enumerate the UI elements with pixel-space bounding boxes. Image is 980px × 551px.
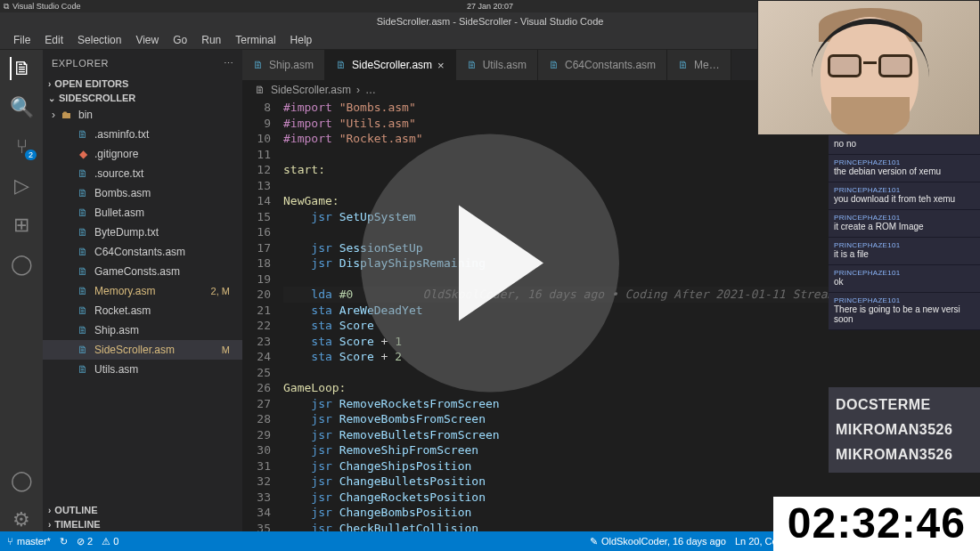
file-icon: 🗎: [77, 322, 89, 338]
menu-view[interactable]: View: [129, 32, 165, 48]
chevron-down-icon: ⌄: [48, 93, 55, 103]
sidebar-explorer: EXPLORER ⋯ › OPEN EDITORS ⌄ SIDESCROLLER…: [43, 50, 242, 531]
run-debug-icon[interactable]: ▷: [10, 174, 33, 198]
file-icon: 🗎: [255, 84, 265, 96]
explorer-icon[interactable]: 🗎: [10, 57, 33, 80]
open-editors-section[interactable]: › OPEN EDITORS: [43, 77, 242, 91]
close-icon[interactable]: ×: [437, 59, 445, 72]
chat-message: PRINCEPHAZE101it is a file: [829, 238, 980, 265]
chevron-right-icon: ›: [52, 107, 55, 123]
file-item[interactable]: 🗎GameConsts.asm: [43, 262, 242, 281]
file-icon: 🗎: [77, 342, 89, 358]
recent-followers: DOCSTERMEMIKROMAN3526MIKROMAN3526: [829, 387, 980, 473]
file-item[interactable]: 🗎C64Constants.asm: [43, 242, 242, 262]
file-icon: 🗎: [77, 205, 89, 221]
file-icon: 🗎: [336, 59, 347, 71]
file-icon: 🗎: [77, 185, 89, 201]
folder-item[interactable]: › 🖿 bin: [43, 105, 242, 125]
file-icon: 🗎: [77, 361, 89, 377]
modified-badge: 2, M: [211, 283, 237, 299]
menu-edit[interactable]: Edit: [38, 32, 69, 48]
file-icon: ◆: [77, 146, 89, 162]
chevron-right-icon: ›: [48, 520, 51, 530]
chevron-right-icon: ›: [48, 79, 51, 89]
file-item[interactable]: 🗎Memory.asm2, M: [43, 281, 242, 301]
folder-icon: 🖿: [61, 107, 73, 123]
source-control-icon[interactable]: ⑂: [10, 135, 33, 158]
remote-icon[interactable]: ◯: [10, 253, 33, 276]
outline-section[interactable]: › OUTLINE: [43, 503, 242, 517]
file-icon: 🗎: [77, 244, 89, 260]
more-icon[interactable]: ⋯: [224, 58, 234, 69]
menu-run[interactable]: Run: [195, 32, 227, 48]
follower-name: DOCSTERME: [836, 393, 973, 417]
file-icon: 🗎: [253, 59, 264, 71]
file-item[interactable]: 🗎Ship.asm: [43, 320, 242, 340]
activity-bar: 🗎 🔍 ⑂ ▷ ⊞ ◯ ◯ ⚙: [0, 50, 43, 531]
file-item[interactable]: 🗎Utils.asm: [43, 360, 242, 379]
account-icon[interactable]: ◯: [10, 469, 33, 492]
follower-name: MIKROMAN3526: [836, 442, 973, 467]
stream-chat: no noPRINCEPHAZE101the debian version of…: [829, 135, 980, 330]
file-icon: 🗎: [467, 59, 478, 71]
editor-tab[interactable]: 🗎C64Constants.asm: [538, 50, 667, 80]
menu-file[interactable]: File: [7, 32, 37, 48]
file-icon: 🗎: [77, 263, 89, 280]
file-icon: 🗎: [77, 303, 89, 319]
extensions-icon[interactable]: ⊞: [10, 214, 33, 237]
file-icon: 🗎: [678, 59, 689, 71]
webcam-overlay: [757, 0, 980, 135]
os-app-name: Visual Studio Code: [12, 2, 80, 11]
file-icon: 🗎: [77, 224, 89, 240]
file-icon: 🗎: [77, 283, 89, 299]
chat-message: PRINCEPHAZE101the debian version of xemu: [829, 155, 980, 182]
file-item[interactable]: 🗎SideScroller.asmM: [43, 340, 242, 360]
project-section[interactable]: ⌄ SIDESCROLLER: [43, 91, 242, 105]
file-icon: 🗎: [77, 126, 89, 142]
file-item[interactable]: ◆.gitignore: [43, 144, 242, 164]
file-icon: 🗎: [77, 166, 89, 182]
file-item[interactable]: 🗎.asminfo.txt: [43, 125, 242, 144]
window-title: SideScroller.asm - SideScroller - Visual…: [377, 16, 604, 27]
editor-tab[interactable]: 🗎Utils.asm: [456, 50, 538, 80]
chat-message: PRINCEPHAZE101There is going to be a new…: [829, 293, 980, 330]
file-item[interactable]: 🗎Rocket.asm: [43, 301, 242, 320]
file-item[interactable]: 🗎ByteDump.txt: [43, 223, 242, 242]
status-branch[interactable]: ⑂ master*: [7, 536, 51, 547]
timeline-section[interactable]: › TIMELINE: [43, 517, 242, 531]
chat-message: PRINCEPHAZE101you download it from teh x…: [829, 182, 980, 210]
editor-tab[interactable]: 🗎SideScroller.asm×: [325, 50, 456, 80]
status-blame[interactable]: ✎ OldSkoolCoder, 16 days ago: [590, 536, 726, 547]
status-warnings[interactable]: ⚠ 0: [102, 536, 118, 547]
status-errors[interactable]: ⊘ 2: [77, 536, 93, 547]
follower-name: MIKROMAN3526: [836, 417, 973, 442]
chat-message: PRINCEPHAZE101ok: [829, 265, 980, 293]
stream-timer: 02:32:46: [773, 497, 980, 551]
sidebar-title: EXPLORER: [52, 58, 109, 69]
menu-selection[interactable]: Selection: [71, 32, 127, 48]
editor-tab[interactable]: 🗎Ship.asm: [242, 50, 325, 80]
menu-terminal[interactable]: Terminal: [229, 32, 282, 48]
chat-message: PRINCEPHAZE101it create a ROM Image: [829, 210, 980, 238]
search-icon[interactable]: 🔍: [10, 96, 33, 119]
os-date: 27 Jan 20:07: [467, 2, 513, 11]
modified-badge: M: [222, 342, 237, 358]
file-item[interactable]: 🗎Bombs.asm: [43, 183, 242, 203]
chat-message: no no: [829, 135, 980, 155]
menu-help[interactable]: Help: [284, 32, 319, 48]
vscode-logo-icon: ⧉: [4, 2, 9, 12]
chevron-right-icon: ›: [356, 84, 360, 96]
file-icon: 🗎: [549, 59, 559, 71]
editor-tab[interactable]: 🗎Me…: [667, 50, 731, 80]
status-sync[interactable]: ↻: [60, 536, 68, 547]
chevron-right-icon: ›: [48, 506, 51, 515]
menu-go[interactable]: Go: [167, 32, 193, 48]
file-item[interactable]: 🗎Bullet.asm: [43, 203, 242, 223]
settings-gear-icon[interactable]: ⚙: [10, 508, 33, 531]
file-item[interactable]: 🗎.source.txt: [43, 164, 242, 183]
